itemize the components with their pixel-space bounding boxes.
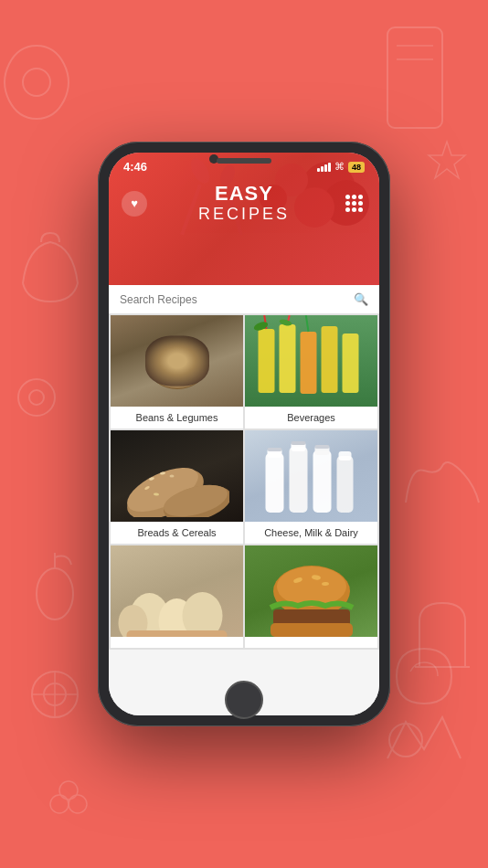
- svg-point-11: [29, 390, 44, 405]
- category-card-breads-cereals[interactable]: Breads & Cereals: [111, 430, 243, 544]
- category-card-5[interactable]: [111, 545, 243, 648]
- phone-frame: 4:46 ⌘ 48 ♥: [98, 142, 390, 726]
- svg-point-15: [69, 795, 87, 813]
- svg-rect-62: [315, 445, 330, 449]
- category-label-5: [111, 637, 243, 648]
- svg-rect-67: [127, 630, 228, 637]
- svg-rect-74: [271, 623, 353, 637]
- svg-rect-37: [343, 333, 359, 393]
- category-image-5: [111, 545, 243, 637]
- category-label-beans-legumes: Beans & Legumes: [111, 407, 243, 429]
- svg-point-26: [148, 344, 207, 389]
- heart-icon: ♥: [131, 196, 138, 210]
- app-title-bar: ♥ EASY RECIPES: [109, 177, 379, 224]
- svg-point-32: [171, 351, 184, 358]
- svg-point-30: [180, 363, 196, 373]
- category-label-6: [245, 637, 377, 648]
- app-screen: 4:46 ⌘ 48 ♥: [109, 153, 379, 715]
- svg-rect-60: [268, 448, 282, 451]
- svg-rect-59: [339, 451, 352, 460]
- svg-rect-33: [259, 329, 275, 393]
- category-card-cheese-milk-dairy[interactable]: Cheese, Milk & Dairy: [245, 430, 377, 544]
- wifi-icon: ⌘: [334, 161, 345, 173]
- phone-speaker: [217, 158, 271, 164]
- svg-rect-1: [387, 27, 442, 128]
- status-bar: 4:46 ⌘ 48: [109, 153, 379, 177]
- svg-point-12: [37, 568, 73, 619]
- category-image-6: [245, 545, 377, 637]
- search-input[interactable]: [120, 293, 348, 306]
- category-label-cheese-milk-dairy: Cheese, Milk & Dairy: [245, 522, 377, 544]
- category-label-breads-cereals: Breads & Cereals: [111, 522, 243, 544]
- svg-rect-35: [301, 332, 317, 394]
- svg-point-16: [59, 781, 78, 799]
- category-label-beverages: Beverages: [245, 407, 377, 429]
- app-title: EASY RECIPES: [198, 183, 290, 224]
- category-image-dairy: [245, 430, 377, 522]
- svg-rect-54: [290, 447, 308, 513]
- svg-rect-58: [337, 456, 354, 513]
- svg-point-14: [50, 795, 69, 813]
- app-title-recipes: RECIPES: [198, 205, 290, 224]
- search-bar: 🔍: [109, 285, 379, 313]
- search-icon: 🔍: [354, 292, 368, 306]
- app-title-easy: EASY: [198, 183, 290, 205]
- svg-line-40: [306, 315, 309, 332]
- category-card-beverages[interactable]: Beverages: [245, 315, 377, 429]
- svg-point-4: [32, 672, 78, 717]
- status-icons: ⌘ 48: [317, 161, 365, 173]
- home-button[interactable]: [225, 681, 263, 719]
- svg-rect-52: [266, 453, 284, 513]
- category-image-breads: [111, 430, 243, 522]
- recipe-grid: Beans & Legumes: [109, 313, 379, 650]
- category-image-beverages: [245, 315, 377, 407]
- battery-indicator: 48: [348, 162, 365, 173]
- svg-point-28: [176, 352, 193, 363]
- svg-point-27: [155, 350, 176, 367]
- svg-rect-34: [280, 324, 296, 393]
- svg-point-29: [164, 363, 182, 376]
- category-card-6[interactable]: [245, 545, 377, 648]
- svg-rect-56: [313, 450, 332, 513]
- phone-screen: 4:46 ⌘ 48 ♥: [109, 153, 379, 715]
- main-content: 🔍: [109, 285, 379, 715]
- svg-point-5: [44, 683, 66, 705]
- menu-button[interactable]: [341, 191, 366, 217]
- app-header: 4:46 ⌘ 48 ♥: [109, 153, 379, 285]
- grid-icon: [345, 195, 363, 212]
- svg-point-65: [183, 592, 223, 637]
- svg-point-8: [389, 724, 422, 757]
- category-image-beans: [111, 315, 243, 407]
- svg-point-10: [18, 379, 55, 416]
- svg-rect-61: [292, 441, 306, 445]
- status-time: 4:46: [123, 160, 147, 174]
- svg-point-0: [23, 69, 50, 96]
- category-card-beans-legumes[interactable]: Beans & Legumes: [111, 315, 243, 429]
- favorites-button[interactable]: ♥: [122, 191, 147, 217]
- svg-point-48: [170, 475, 175, 478]
- signal-icon: [317, 163, 331, 172]
- svg-point-31: [154, 365, 167, 375]
- svg-rect-36: [322, 326, 338, 393]
